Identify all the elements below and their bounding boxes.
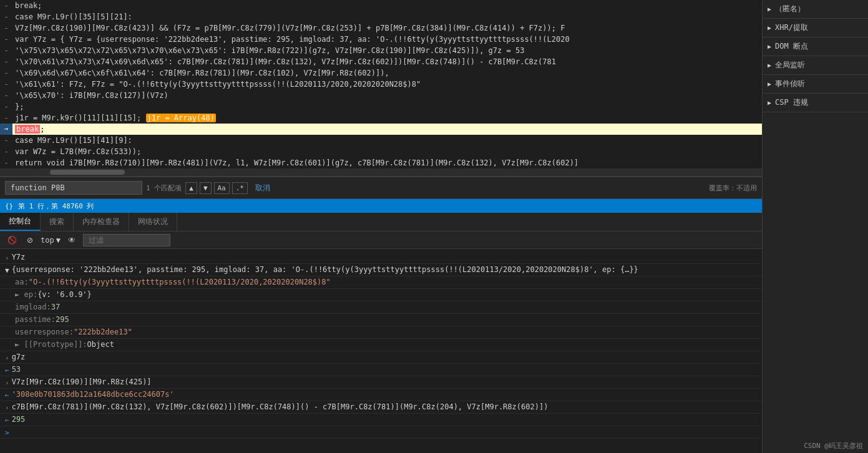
- code-line: - j1r = M9r.k9r()[11][11][15]; j1r = Arr…: [0, 112, 762, 124]
- line-content: '\x75\x73\x65\x72\x72\x65\x73\x70\x6e\x7…: [12, 45, 762, 56]
- right-panel-item[interactable]: ▶CSP 违规: [763, 94, 868, 112]
- console-child-entry[interactable]: passtime: 295: [0, 314, 762, 326]
- line-content: case M9r.L9r()[35][5][21]:: [12, 11, 762, 22]
- devtools-tab-网络状况[interactable]: 网络状况: [129, 213, 177, 231]
- watermark: CSDN @码王吴彦祖: [804, 441, 863, 451]
- search-input[interactable]: [5, 181, 142, 195]
- devtools-tabs: 控制台搜索内存检查器网络状况: [0, 213, 762, 231]
- arrow-right-icon: ▶: [768, 99, 771, 106]
- arrow-right-icon: ▶: [768, 24, 771, 31]
- child-label: imgload:: [15, 303, 51, 311]
- right-panel-item[interactable]: ▶DOM 断点: [763, 37, 868, 56]
- context-dropdown[interactable]: top ▼: [41, 236, 61, 245]
- coverage-label: 覆盖率：不适用: [709, 183, 757, 193]
- console-entry[interactable]: ›c7B[M9r.C8z(781)](M9r.C8z(132), V7z[M9r…: [0, 401, 762, 414]
- console-output[interactable]: ›Y7z▼{userresponse: '222bb2dee13', passt…: [0, 249, 762, 453]
- console-entry[interactable]: ›g7z: [0, 351, 762, 364]
- arrow-right-icon: ▶: [768, 80, 771, 87]
- console-text: g7z: [12, 353, 762, 361]
- line-marker: -: [0, 157, 12, 168]
- line-content: '\x65\x70': i7B[M9r.C8z(127)](V7z): [12, 90, 762, 101]
- console-child-entry[interactable]: ► [[Prototype]]: Object: [0, 339, 762, 351]
- console-section: 控制台搜索内存检查器网络状况 🚫 ⊘ top ▼ 👁 ›Y7z▼{userres…: [0, 213, 762, 453]
- line-marker: -: [0, 22, 12, 34]
- console-entry[interactable]: ←53: [0, 364, 762, 376]
- line-content: return void i7B[M9r.R8z(710)][M9r.R8z(48…: [12, 157, 762, 168]
- console-arrow-icon: ›: [5, 379, 9, 387]
- line-marker: -: [0, 112, 12, 124]
- console-entry[interactable]: ›Y7z: [0, 251, 762, 264]
- child-value: 37: [51, 303, 60, 311]
- line-content: var Y7z = { Y7z = {userresponse: '222bb2…: [12, 34, 762, 45]
- arrow-right-icon: ▶: [768, 6, 771, 12]
- line-content: break;: [12, 124, 762, 135]
- match-count: 1 个匹配项: [146, 183, 182, 193]
- code-line: → break;: [0, 124, 762, 135]
- filter-input[interactable]: [83, 234, 170, 246]
- console-child-entry[interactable]: aa: "O-.(!!6tty(y(3yyyttsttyyttttpssss(!…: [0, 276, 762, 289]
- right-panel-item[interactable]: ▶全局监听: [763, 56, 868, 75]
- child-value: {v: '6.0.9'}: [37, 290, 92, 299]
- arrow-right-icon: ▶: [768, 43, 771, 50]
- code-line: - '\x69\x6d\x67\x6c\x6f\x61\x64': c7B[M9…: [0, 67, 762, 79]
- code-line: - case M9r.L9r()[15][41][9]:: [0, 135, 762, 146]
- code-line: - return void i7B[M9r.R8z(710)][M9r.R8z(…: [0, 157, 762, 168]
- eye-button[interactable]: 👁: [66, 235, 78, 246]
- right-panel-item[interactable]: ▶（匿名）: [763, 0, 868, 19]
- line-marker: -: [0, 135, 12, 146]
- console-entry[interactable]: ›V7z[M9r.C8z(190)][M9r.R8z(425)]: [0, 376, 762, 389]
- right-panel-item-label: DOM 断点: [775, 41, 808, 52]
- line-marker: -: [0, 79, 12, 90]
- dropdown-arrow-icon: ▼: [56, 236, 61, 245]
- right-panel-item[interactable]: ▶XHR/提取: [763, 19, 868, 37]
- code-line: - var W7z = L7B(M9r.C8z(533));: [0, 146, 762, 157]
- line-marker: -: [0, 11, 12, 22]
- console-entry[interactable]: >: [0, 426, 762, 439]
- console-arrow-icon: ←: [5, 416, 9, 424]
- console-child-entry[interactable]: userresponse: "222bb2dee13": [0, 326, 762, 339]
- search-cancel-button[interactable]: 取消: [251, 182, 274, 195]
- right-panel-item[interactable]: ▶事件侦听: [763, 75, 868, 94]
- console-arrow-icon: ▼: [5, 266, 9, 275]
- scroll-thumb[interactable]: [50, 170, 125, 175]
- prev-match-button[interactable]: ▲: [185, 182, 197, 194]
- console-arrow-icon: ←: [5, 366, 9, 374]
- line-marker: -: [0, 90, 12, 101]
- case-sensitive-button[interactable]: Aa: [214, 182, 230, 194]
- right-panel-item-label: 事件侦听: [775, 79, 805, 89]
- console-child-entry[interactable]: imgload: 37: [0, 301, 762, 314]
- child-label: userresponse:: [15, 328, 74, 336]
- console-entry[interactable]: ←'308e0b701863db12a1648dbce6cc24607s': [0, 389, 762, 401]
- code-line: - '\x65\x70': i7B[M9r.C8z(127)](V7z): [0, 90, 762, 101]
- right-panel: ▶（匿名）▶XHR/提取▶DOM 断点▶全局监听▶事件侦听▶CSP 违规: [762, 0, 868, 453]
- devtools-tab-搜索[interactable]: 搜索: [41, 213, 74, 231]
- next-match-button[interactable]: ▼: [200, 182, 212, 194]
- console-text: c7B[M9r.C8z(781)](M9r.C8z(132), V7z[M9r.…: [12, 402, 762, 411]
- code-editor: - break;- case M9r.L9r()[35][5][21]:- V7…: [0, 0, 762, 177]
- console-arrow-icon: ›: [5, 404, 9, 412]
- right-panel-item-label: （匿名）: [775, 4, 805, 14]
- console-arrow-icon: >: [5, 429, 9, 437]
- child-label: passtime:: [15, 315, 56, 324]
- console-toolbar: 🚫 ⊘ top ▼ 👁: [0, 231, 762, 249]
- line-marker: →: [0, 124, 12, 135]
- regex-button[interactable]: .*: [232, 182, 248, 194]
- context-label: top: [41, 236, 54, 245]
- line-content: '\x70\x61\x73\x73\x74\x69\x6d\x65': c7B[…: [12, 56, 762, 67]
- console-child-entry[interactable]: ► ep: {v: '6.0.9'}: [0, 289, 762, 301]
- right-panel-item-label: XHR/提取: [775, 22, 808, 33]
- console-text: V7z[M9r.C8z(190)][M9r.R8z(425)]: [12, 378, 762, 386]
- console-text: 53: [12, 365, 762, 374]
- console-entry[interactable]: ▼{userresponse: '222bb2dee13', passtime:…: [0, 264, 762, 276]
- code-line: - V7z[M9r.C8z(190)][M9r.C8z(423)] && (F7…: [0, 22, 762, 34]
- line-content: };: [12, 101, 762, 112]
- clear-console-button[interactable]: 🚫: [5, 235, 19, 246]
- devtools-tab-控制台[interactable]: 控制台: [0, 213, 41, 231]
- pause-button[interactable]: ⊘: [24, 235, 36, 246]
- devtools-tab-内存检查器[interactable]: 内存检查器: [74, 213, 129, 231]
- line-marker: -: [0, 56, 12, 67]
- line-content: case M9r.L9r()[15][41][9]:: [12, 135, 762, 146]
- console-entry[interactable]: ←295: [0, 414, 762, 426]
- line-marker: -: [0, 45, 12, 56]
- horizontal-scrollbar[interactable]: [0, 168, 762, 176]
